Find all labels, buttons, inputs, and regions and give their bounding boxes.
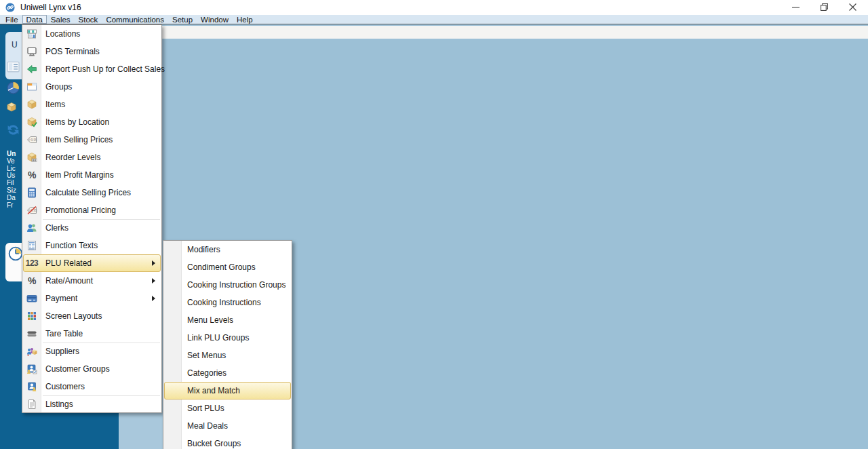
menu-item-label: Customer Groups — [45, 364, 110, 374]
menu-item-plu-related[interactable]: 123PLU Related — [22, 254, 161, 272]
sidebar-info-line: Fr — [7, 202, 16, 210]
percent-icon: % — [22, 275, 41, 286]
submenu-item-link-plu-groups[interactable]: Link PLU Groups — [163, 329, 292, 347]
submenu-item-label: Modifiers — [187, 245, 220, 254]
customer-groups-icon — [22, 364, 41, 374]
menu-item-rate-amount[interactable]: %Rate/Amount — [22, 272, 161, 290]
highlighted-row-background — [23, 254, 161, 272]
plu-related-submenu-popup: ModifiersCondiment GroupsCooking Instruc… — [163, 240, 292, 449]
submenu-item-label: Condiment Groups — [187, 262, 256, 272]
menu-item-reorder-levels[interactable]: Reorder Levels — [22, 149, 161, 166]
box-barcode-icon — [22, 152, 41, 163]
submenu-item-categories[interactable]: Categories — [163, 364, 292, 382]
submenu-arrow-icon — [152, 260, 155, 266]
menu-item-report-push-up-for-collect-sales[interactable]: Report Push Up for Collect Sales — [22, 60, 161, 78]
menu-item-label: Payment — [45, 294, 77, 303]
submenu-arrow-icon — [152, 296, 155, 301]
submenu-item-modifiers[interactable]: Modifiers — [163, 241, 292, 258]
minimize-icon — [792, 3, 800, 13]
menubar-item-sales[interactable]: Sales — [47, 15, 75, 24]
menu-item-items[interactable]: Items — [22, 96, 161, 113]
submenu-item-label: Set Menus — [187, 351, 226, 360]
menu-item-item-profit-margins[interactable]: %Item Profit Margins — [22, 166, 161, 184]
plu-123-icon: 123 — [22, 258, 41, 268]
menu-item-calculate-selling-prices[interactable]: Calculate Selling Prices — [22, 184, 161, 201]
pie-chart-icon[interactable] — [6, 81, 21, 96]
submenu-item-set-menus[interactable]: Set Menus — [163, 347, 292, 364]
menubar-item-window[interactable]: Window — [197, 15, 233, 24]
submenu-item-menu-levels[interactable]: Menu Levels — [163, 311, 292, 329]
menu-item-items-by-location[interactable]: Items by Location — [22, 113, 161, 131]
menu-item-screen-layouts[interactable]: Screen Layouts — [22, 307, 161, 325]
submenu-item-label: Cooking Instructions — [187, 298, 261, 307]
submenu-item-label: Menu Levels — [187, 315, 233, 325]
submenu-arrow-icon — [152, 278, 155, 284]
restore-button[interactable] — [810, 0, 838, 15]
menubar-item-communications[interactable]: Communications — [102, 15, 168, 24]
submenu-item-mix-and-match[interactable]: Mix and Match — [163, 382, 292, 399]
menu-separator — [43, 219, 160, 220]
submenu-item-label: Link PLU Groups — [187, 333, 249, 343]
submenu-item-label: Mix and Match — [187, 386, 240, 395]
window-title: Uniwell Lynx v16 — [20, 3, 81, 12]
workspace: U UnVeLicUsFilSizDaFr LocationsPOS Termi… — [0, 25, 868, 449]
toolbar-strip — [119, 26, 868, 39]
storefront-icon — [22, 28, 41, 39]
form-icon[interactable] — [6, 60, 21, 75]
submenu-item-label: Categories — [187, 368, 226, 378]
menu-item-suppliers[interactable]: Suppliers — [22, 343, 161, 360]
submenu-item-meal-deals[interactable]: Meal Deals — [163, 417, 292, 435]
menu-item-label: Suppliers — [45, 347, 79, 356]
menu-item-label: PLU Related — [45, 258, 92, 268]
menu-item-label: POS Terminals — [45, 47, 100, 56]
sidebar-info-line: Da — [7, 195, 16, 202]
submenu-item-label: Bucket Groups — [187, 439, 241, 448]
menubar-item-stock[interactable]: Stock — [75, 15, 102, 24]
menu-item-label: Promotional Pricing — [45, 206, 116, 215]
green-left-arrow-icon — [22, 64, 41, 75]
app-window: Uniwell Lynx v16 FileDataSalesStockCommu… — [0, 0, 868, 449]
submenu-item-bucket-groups[interactable]: Bucket Groups — [163, 435, 292, 449]
menu-item-clerks[interactable]: Clerks — [22, 219, 161, 237]
menu-item-tare-table[interactable]: Tare Table — [22, 325, 161, 343]
price-tag-icon: 9.95 — [22, 134, 41, 145]
menu-item-item-selling-prices[interactable]: 9.95Item Selling Prices — [22, 131, 161, 149]
menu-item-customer-groups[interactable]: Customer Groups — [22, 360, 161, 378]
submenu-item-cooking-instruction-groups[interactable]: Cooking Instruction Groups — [163, 276, 292, 294]
submenu-item-label: Cooking Instruction Groups — [187, 280, 285, 290]
menu-item-label: Listings — [45, 399, 73, 409]
menubar-item-setup[interactable]: Setup — [168, 15, 197, 24]
menu-item-listings[interactable]: Listings — [22, 395, 161, 413]
menu-item-label: Rate/Amount — [45, 276, 93, 286]
close-button[interactable] — [838, 0, 867, 15]
submenu-item-condiment-groups[interactable]: Condiment Groups — [163, 258, 292, 276]
clock-icon — [8, 246, 23, 264]
submenu-item-cooking-instructions[interactable]: Cooking Instructions — [163, 294, 292, 311]
menu-item-locations[interactable]: Locations — [22, 25, 161, 43]
menu-item-function-texts[interactable]: Function Texts — [22, 237, 161, 254]
tare-scale-icon — [22, 328, 41, 339]
minimize-button[interactable] — [781, 0, 810, 15]
menu-item-promotional-pricing[interactable]: 9.95Promotional Pricing — [22, 201, 161, 219]
menu-item-label: Groups — [45, 82, 72, 92]
sync-icon[interactable] — [6, 123, 21, 138]
submenu-item-sort-plus[interactable]: Sort PLUs — [163, 399, 292, 417]
menu-item-label: Items by Location — [45, 117, 109, 127]
menubar-item-help[interactable]: Help — [233, 15, 257, 24]
credit-card-icon — [22, 293, 41, 304]
menu-item-pos-terminals[interactable]: POS Terminals — [22, 43, 161, 60]
menu-item-groups[interactable]: Groups — [22, 78, 161, 96]
menubar-item-file[interactable]: File — [1, 15, 22, 24]
menu-item-label: Report Push Up for Collect Sales — [45, 64, 165, 74]
menu-item-label: Screen Layouts — [45, 311, 102, 321]
menu-item-payment[interactable]: Payment — [22, 290, 161, 307]
suppliers-icon — [22, 346, 41, 357]
menubar-item-data[interactable]: Data — [22, 15, 47, 24]
menu-item-customers[interactable]: Customers — [22, 378, 161, 395]
box-icon[interactable] — [6, 102, 21, 117]
box-check-icon — [22, 117, 41, 128]
app-logo-icon — [5, 3, 15, 12]
menu-item-label: Tare Table — [45, 329, 83, 338]
menu-item-label: Calculate Selling Prices — [45, 188, 131, 197]
close-icon — [849, 3, 856, 13]
